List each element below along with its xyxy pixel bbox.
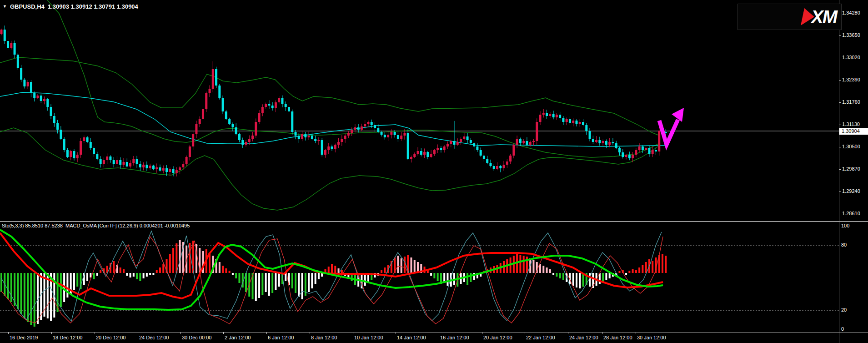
symbol-dropdown-icon: ▼ xyxy=(3,4,7,9)
time-tick-mark xyxy=(310,332,310,334)
price-tick-mark xyxy=(839,192,841,192)
time-tick-mark xyxy=(439,332,439,334)
price-tick-label: 1.30500 xyxy=(842,144,860,149)
time-tick-label: 20 Jan 12:00 xyxy=(483,335,512,340)
time-tick-label: 16 Jan 12:00 xyxy=(440,335,469,340)
time-tick-mark xyxy=(138,332,138,334)
price-axis[interactable]: 1.30904 1.342801.336501.330201.323901.31… xyxy=(839,0,868,343)
time-tick-label: 30 Jan 12:00 xyxy=(637,335,666,340)
price-tick-mark xyxy=(839,214,841,214)
time-tick-label: 24 Jan 12:00 xyxy=(569,335,598,340)
time-tick-mark xyxy=(266,332,267,334)
time-tick-mark xyxy=(482,332,482,334)
price-tick-label: 1.29240 xyxy=(842,188,860,194)
panel-separator[interactable] xyxy=(0,221,868,222)
price-tick-mark xyxy=(839,102,841,103)
xm-logo: XM xyxy=(738,4,842,30)
time-tick-mark xyxy=(353,332,353,334)
time-axis[interactable]: 16 Dec 201918 Dec 12:0020 Dec 12:0024 De… xyxy=(0,333,868,343)
time-tick-label: 22 Jan 12:00 xyxy=(526,335,555,340)
price-tick-label: 1.29870 xyxy=(842,166,860,172)
time-tick-mark xyxy=(8,332,9,334)
time-tick-label: 6 Jan 12:00 xyxy=(268,335,294,340)
time-tick-mark xyxy=(223,332,224,334)
price-tick-mark xyxy=(839,35,841,36)
price-tick-mark xyxy=(839,125,841,125)
panel-scale-label: 80 xyxy=(841,242,847,247)
current-price-badge: 1.30904 xyxy=(839,128,868,135)
time-tick-mark xyxy=(95,332,95,334)
price-tick-mark xyxy=(839,147,841,147)
price-tick-label: 1.34280 xyxy=(842,10,860,15)
time-tick-mark xyxy=(396,332,396,334)
price-tick-label: 1.33020 xyxy=(842,55,860,60)
time-tick-label: 28 Jan 12:00 xyxy=(603,335,632,340)
time-tick-label: 8 Jan 12:00 xyxy=(311,335,337,340)
time-tick-label: 2 Jan 12:00 xyxy=(225,335,251,340)
time-tick-label: 10 Jan 12:00 xyxy=(354,335,383,340)
main-chart-canvas[interactable] xyxy=(0,0,839,221)
time-tick-label: 20 Dec 12:00 xyxy=(96,335,125,340)
symbol-title: GBPUSD,H4 xyxy=(10,3,45,10)
time-tick-label: 16 Dec 2019 xyxy=(10,335,38,340)
time-tick-mark xyxy=(525,332,525,334)
time-tick-label: 18 Dec 12:00 xyxy=(53,335,82,340)
panel-scale-label: 20 xyxy=(841,307,847,313)
price-tick-label: 1.32390 xyxy=(842,77,860,82)
time-tick-mark xyxy=(636,332,636,334)
time-tick-label: 14 Jan 12:00 xyxy=(397,335,426,340)
indicator-panel-canvas[interactable] xyxy=(0,221,839,343)
price-tick-mark xyxy=(839,169,841,170)
price-tick-mark xyxy=(839,80,841,81)
chart-title: ▼GBPUSD,H4 1.30903 1.30912 1.30791 1.309… xyxy=(3,3,138,10)
time-tick-label: 30 Dec 00:00 xyxy=(182,335,211,340)
time-tick-label: 24 Dec 12:00 xyxy=(139,335,169,340)
price-tick-label: 1.33650 xyxy=(842,32,860,38)
mt4-chart-window: ▼GBPUSD,H4 1.30903 1.30912 1.30791 1.309… xyxy=(0,0,868,343)
price-tick-label: 1.31130 xyxy=(842,121,860,127)
ohlc-readout: 1.30903 1.30912 1.30791 1.30904 xyxy=(48,3,138,10)
time-tick-mark xyxy=(51,332,52,334)
time-tick-mark xyxy=(568,332,568,334)
panel-scale-label: 100 xyxy=(841,223,849,228)
price-tick-label: 1.31760 xyxy=(842,99,860,105)
price-tick-mark xyxy=(839,58,841,58)
indicator-values-label: Sto(5,3,3) 85.8510 87.5238 MACD_OsMA [Cu… xyxy=(2,223,190,228)
time-tick-mark xyxy=(181,332,181,334)
price-tick-label: 1.28610 xyxy=(842,211,860,216)
panel-scale-label: 0 xyxy=(841,326,844,332)
time-tick-mark xyxy=(602,332,602,334)
